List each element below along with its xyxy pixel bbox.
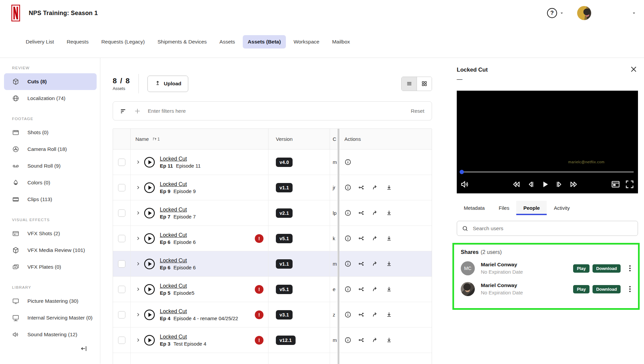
download-icon[interactable]: [386, 337, 393, 344]
sidebar-item-picture-mastering[interactable]: Picture Mastering (30): [4, 293, 97, 309]
asset-name-link[interactable]: Locked Cut: [160, 181, 187, 187]
expand-chevron-icon[interactable]: [135, 312, 141, 317]
sidebar-item-internal-servicing-master[interactable]: Internal Servicing Master (0): [4, 309, 97, 326]
row-checkbox[interactable]: [118, 184, 125, 191]
thumbnail-view-icon[interactable]: [611, 179, 621, 189]
play-preview-icon[interactable]: [143, 207, 156, 219]
asset-name-link[interactable]: Locked Cut: [160, 207, 187, 212]
row-checkbox[interactable]: [118, 286, 125, 293]
reset-filters-button[interactable]: Reset: [411, 108, 425, 114]
asset-name-link[interactable]: Locked Cut: [160, 308, 187, 314]
sidebar-item-cuts[interactable]: Cuts (8): [4, 73, 97, 90]
split-icon[interactable]: [358, 286, 365, 293]
split-icon[interactable]: [358, 184, 365, 191]
download-icon[interactable]: [386, 184, 393, 191]
play-preview-icon[interactable]: [143, 181, 156, 194]
kebab-menu-icon[interactable]: [627, 264, 633, 273]
list-view-button[interactable]: [402, 77, 417, 91]
version-column-header[interactable]: Version: [269, 129, 330, 149]
filter-icon[interactable]: [120, 107, 127, 115]
expand-chevron-icon[interactable]: [135, 210, 141, 216]
forward-icon[interactable]: [372, 286, 379, 293]
video-player[interactable]: marielc@netflix.com: [457, 91, 638, 193]
forward-icon[interactable]: [372, 235, 379, 242]
tab-workspace[interactable]: Workspace: [289, 35, 324, 49]
download-icon[interactable]: [386, 286, 393, 293]
sidebar-item-vfx-shots[interactable]: VFX Shots (2): [4, 225, 97, 242]
sidebar-item-sound-mastering[interactable]: Sound Mastering (12): [4, 326, 97, 343]
expand-chevron-icon[interactable]: [135, 286, 141, 292]
sort-indicator-icon[interactable]: 1: [152, 136, 160, 142]
account-caret-icon[interactable]: [631, 10, 637, 16]
fullscreen-icon[interactable]: [625, 179, 635, 189]
cropped-column-header[interactable]: C: [330, 129, 338, 149]
sidebar-item-localization[interactable]: Localization (74): [4, 90, 97, 107]
upload-button[interactable]: Upload: [147, 76, 189, 92]
search-users-input[interactable]: [473, 225, 633, 232]
play-icon[interactable]: [540, 179, 550, 189]
help-caret-icon[interactable]: [559, 10, 564, 16]
info-icon[interactable]: [344, 337, 351, 344]
info-icon[interactable]: [344, 184, 351, 191]
name-column-header[interactable]: Name: [135, 136, 149, 142]
sidebar-item-vfx-plates[interactable]: VFX Plates (0): [4, 259, 97, 275]
expand-chevron-icon[interactable]: [135, 261, 141, 267]
download-icon[interactable]: [386, 311, 393, 318]
info-icon[interactable]: [344, 286, 351, 293]
sidebar-item-sound-roll[interactable]: Sound Roll (9): [4, 158, 97, 174]
download-icon[interactable]: [386, 235, 393, 242]
forward-icon[interactable]: [372, 337, 379, 344]
table-row[interactable]: Locked CutEp 11Episode 11v4.0m: [113, 150, 432, 175]
info-icon[interactable]: [344, 235, 351, 242]
info-icon[interactable]: [344, 209, 351, 216]
split-icon[interactable]: [358, 311, 365, 318]
info-icon[interactable]: [344, 260, 351, 267]
asset-name-link[interactable]: Locked Cut: [160, 258, 187, 263]
netflix-logo[interactable]: [11, 5, 20, 21]
split-icon[interactable]: [358, 235, 365, 242]
row-checkbox[interactable]: [118, 260, 125, 268]
asset-name-link[interactable]: Locked Cut: [160, 232, 187, 238]
help-icon[interactable]: ?: [547, 8, 557, 18]
info-icon[interactable]: [344, 159, 351, 166]
table-row[interactable]: Locked CutEp 6Episode 6v1.1m: [113, 251, 432, 277]
forward-icon[interactable]: [372, 209, 379, 216]
collapse-sidebar-icon[interactable]: [80, 345, 87, 352]
expand-chevron-icon[interactable]: [135, 159, 141, 165]
row-checkbox[interactable]: [118, 235, 125, 242]
table-row[interactable]: Locked CutEp 6Episode 6!v5.1k: [113, 226, 432, 251]
asset-name-link[interactable]: Locked Cut: [160, 334, 187, 340]
split-icon[interactable]: [358, 337, 365, 344]
forward-icon[interactable]: [372, 260, 379, 267]
play-preview-icon[interactable]: [143, 283, 156, 296]
tab-requests[interactable]: Requests: [62, 35, 93, 49]
tab-mailbox[interactable]: Mailbox: [327, 35, 355, 49]
split-icon[interactable]: [358, 260, 365, 267]
kebab-menu-icon[interactable]: [627, 285, 633, 293]
panel-tab-files[interactable]: Files: [492, 201, 517, 215]
asset-name-link[interactable]: Locked Cut: [160, 156, 187, 162]
progress-knob[interactable]: [460, 170, 464, 174]
table-row[interactable]: Locked CutEp 4Episode 4 - rename 04/25/2…: [113, 302, 432, 328]
sidebar-item-shots[interactable]: Shots (0): [4, 124, 97, 141]
grid-view-button[interactable]: [417, 77, 432, 91]
sidebar-item-clips[interactable]: Clips (113): [4, 191, 97, 208]
player-progress-bar[interactable]: [461, 171, 634, 173]
user-avatar[interactable]: [577, 6, 591, 20]
table-row[interactable]: Locked CutEp 5Episode5!v5.1e: [113, 277, 432, 302]
sidebar-item-colors[interactable]: Colors (0): [4, 174, 97, 191]
info-icon[interactable]: [344, 311, 351, 318]
expand-chevron-icon[interactable]: [135, 185, 141, 190]
tab-assets[interactable]: Assets: [214, 35, 240, 49]
forward-icon[interactable]: [372, 311, 379, 318]
split-icon[interactable]: [358, 209, 365, 216]
add-filter-icon[interactable]: [134, 107, 141, 115]
tab-delivery-list[interactable]: Delivery List: [21, 35, 59, 49]
play-preview-icon[interactable]: [143, 156, 156, 169]
volume-icon[interactable]: [460, 179, 470, 189]
step-back-icon[interactable]: [526, 179, 536, 189]
play-preview-icon[interactable]: [143, 258, 156, 270]
panel-tab-people[interactable]: People: [516, 201, 547, 215]
forward-icon[interactable]: [372, 184, 379, 191]
tab-assets-beta[interactable]: Assets (Beta): [243, 35, 286, 49]
